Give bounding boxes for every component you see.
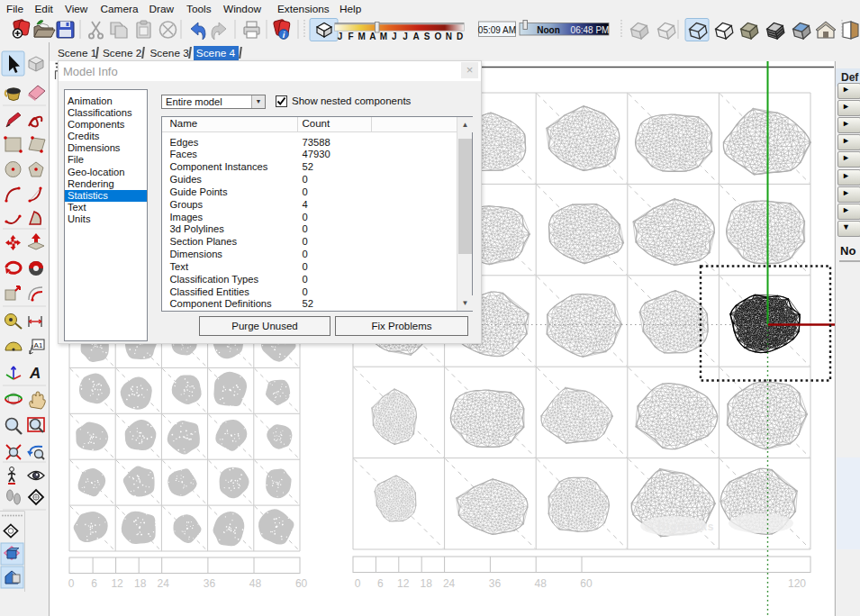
svg-text:© BigRocks: © BigRocks [645, 521, 715, 533]
svg-text:6: 6 [91, 577, 97, 590]
svg-text:A: A [29, 365, 41, 382]
svg-text:36: 36 [204, 577, 216, 590]
svg-text:48: 48 [535, 577, 548, 590]
svg-text:60: 60 [580, 577, 593, 590]
svg-text:0: 0 [355, 577, 361, 590]
svg-text:18: 18 [134, 577, 147, 590]
svg-text:18: 18 [421, 577, 433, 590]
svg-text:48: 48 [249, 577, 262, 590]
svg-text:36: 36 [489, 577, 502, 590]
svg-text:12: 12 [397, 577, 410, 590]
svg-text:24: 24 [158, 577, 170, 590]
svg-text:60: 60 [295, 577, 308, 590]
svg-text:12: 12 [111, 577, 123, 590]
svg-text:120: 120 [788, 577, 806, 590]
svg-text:24: 24 [443, 577, 456, 590]
svg-text:A1: A1 [34, 341, 43, 349]
svg-text:6: 6 [377, 577, 384, 590]
svg-text:0: 0 [68, 577, 75, 590]
